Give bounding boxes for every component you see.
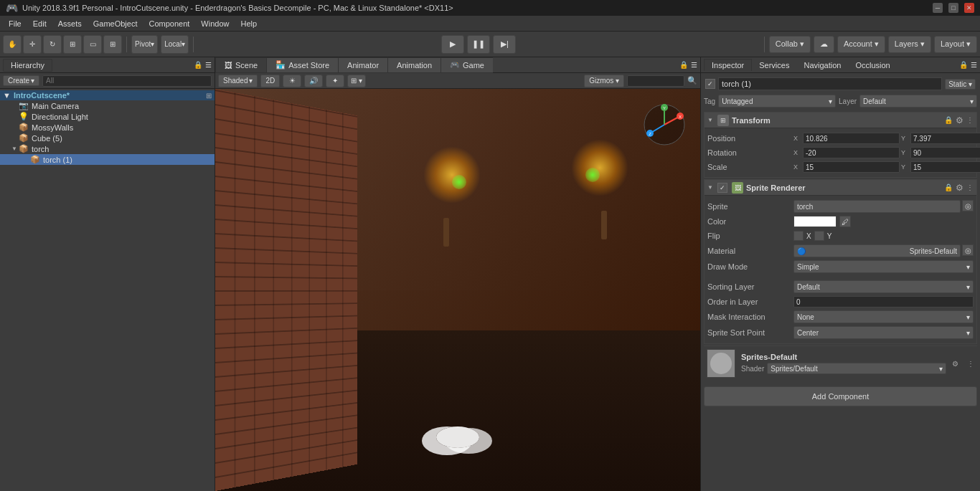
pos-y-input[interactable] <box>910 133 980 144</box>
hierarchy-lock-icon[interactable]: 🔒 <box>194 61 202 69</box>
playmode-controls: ▶ ❚❚ ▶| <box>198 35 760 54</box>
flip-y-checkbox[interactable] <box>814 231 824 241</box>
rot-x-input[interactable] <box>803 147 900 158</box>
hierarchy-create-button[interactable]: Create ▾ <box>3 75 39 86</box>
scene-search[interactable] <box>627 75 684 87</box>
obj-active-checkbox[interactable]: ✓ <box>705 79 715 89</box>
hierarchy-item-main-camera[interactable]: 📷 Main Camera <box>0 100 215 111</box>
material-settings-icon[interactable]: ⚙ <box>952 360 958 368</box>
static-button[interactable]: Static ▾ <box>945 79 976 90</box>
close-button[interactable]: ✕ <box>964 3 974 13</box>
menu-window[interactable]: Window <box>195 18 235 29</box>
account-dropdown[interactable]: Account ▾ <box>837 36 885 53</box>
sprite-renderer-overflow-icon[interactable]: ⋮ <box>966 183 974 191</box>
scene-audio-toggle[interactable]: 🔊 <box>304 75 323 87</box>
maximize-button[interactable]: □ <box>948 3 958 13</box>
menu-assets[interactable]: Assets <box>52 18 88 29</box>
scene-viewport[interactable]: Y X Z <box>215 89 700 491</box>
sprite-renderer-header[interactable]: ▼ ✓ 🖼 Sprite Renderer 🔒 ⚙ ⋮ <box>705 180 976 196</box>
sprite-renderer-checkbox[interactable]: ✓ <box>717 183 727 193</box>
collab-button[interactable]: Collab ▾ <box>769 36 811 53</box>
pos-y-field: Y <box>901 133 980 144</box>
hierarchy-tab[interactable]: Hierarchy <box>3 59 52 72</box>
pos-x-input[interactable] <box>803 133 900 144</box>
rotate-tool[interactable]: ↻ <box>43 35 62 54</box>
gizmos-dropdown[interactable]: Gizmos ▾ <box>584 75 624 87</box>
navigation-tab[interactable]: Navigation <box>796 59 848 71</box>
order-input[interactable] <box>793 296 974 308</box>
asset-store-tab[interactable]: 🏪 Asset Store <box>266 57 338 73</box>
sorting-layer-dropdown[interactable]: Default ▾ <box>793 280 974 293</box>
scene-view-options[interactable]: ⊞ ▾ <box>347 75 366 87</box>
menu-gameobject[interactable]: GameObject <box>88 18 143 29</box>
layout-dropdown[interactable]: Layout ▾ <box>934 36 977 53</box>
hierarchy-menu-icon[interactable]: ☰ <box>205 61 212 69</box>
animator-tab[interactable]: Animator <box>338 57 387 73</box>
position-row: Position X Y Z <box>707 131 974 146</box>
scene-panel-menu[interactable]: ☰ <box>691 61 697 69</box>
hierarchy-item-cube5[interactable]: 📦 Cube (5) <box>0 133 215 143</box>
rot-y-input[interactable] <box>910 147 980 158</box>
inspector-menu-icon[interactable]: ☰ <box>971 61 977 69</box>
sprite-field[interactable]: torch <box>793 200 961 213</box>
scene-tab[interactable]: 🖼 Scene <box>215 57 266 73</box>
hand-tool[interactable]: ✋ <box>3 35 22 54</box>
color-picker-icon[interactable]: 🖊 <box>839 216 851 227</box>
scale-tool[interactable]: ⊞ <box>63 35 82 54</box>
cloud-button[interactable]: ☁ <box>814 36 834 53</box>
shaded-dropdown[interactable]: Shaded ▾ <box>218 75 258 87</box>
multi-tool[interactable]: ⊞ <box>103 35 122 54</box>
layers-dropdown[interactable]: Layers ▾ <box>888 36 931 53</box>
add-component-button[interactable]: Add Component <box>704 386 977 406</box>
scene-panel-lock[interactable]: 🔒 <box>679 61 688 69</box>
scene-fx-toggle[interactable]: ✦ <box>326 75 344 87</box>
layer-dropdown[interactable]: Default▾ <box>859 95 977 108</box>
inspector-lock-icon[interactable]: 🔒 <box>959 61 968 69</box>
services-tab[interactable]: Services <box>752 59 796 71</box>
tag-dropdown[interactable]: Untagged▾ <box>718 95 836 108</box>
draw-mode-dropdown[interactable]: Simple ▾ <box>793 260 974 273</box>
scene-settings-icon[interactable]: ⊞ <box>206 92 212 100</box>
sort-point-dropdown[interactable]: Center ▾ <box>793 326 974 339</box>
shader-dropdown[interactable]: Sprites/Default ▾ <box>767 363 946 374</box>
scene-gizmo: Y X Z <box>643 103 686 146</box>
material-field[interactable]: 🔵 Sprites-Default <box>793 244 961 257</box>
transform-settings-icon[interactable]: ⚙ <box>956 115 963 125</box>
hierarchy-item-directional-light[interactable]: 💡 Directional Light <box>0 111 215 122</box>
material-overflow-icon[interactable]: ⋮ <box>967 360 974 368</box>
occlusion-tab[interactable]: Occlusion <box>848 59 897 71</box>
minimize-button[interactable]: ─ <box>933 3 943 13</box>
move-tool[interactable]: ✛ <box>23 35 42 54</box>
rect-tool[interactable]: ▭ <box>83 35 102 54</box>
color-swatch[interactable] <box>793 216 837 227</box>
menu-component[interactable]: Component <box>143 18 195 29</box>
2d-button[interactable]: 2D <box>260 75 280 87</box>
transform-overflow-icon[interactable]: ⋮ <box>966 116 974 124</box>
scene-light-toggle[interactable]: ☀ <box>283 75 301 87</box>
sprite-renderer-settings-icon[interactable]: ⚙ <box>956 183 963 193</box>
hierarchy-item-torch1[interactable]: 📦 torch (1) <box>0 154 215 165</box>
hierarchy-item-mossy-walls[interactable]: 📦 MossyWalls <box>0 122 215 133</box>
material-target-icon[interactable]: ◎ <box>962 244 974 256</box>
menu-file[interactable]: File <box>3 18 27 29</box>
scale-x-input[interactable] <box>803 161 900 173</box>
scale-y-input[interactable] <box>910 161 980 173</box>
pause-button[interactable]: ❚❚ <box>467 35 490 54</box>
sprite-target-icon[interactable]: ◎ <box>962 200 974 211</box>
mask-dropdown[interactable]: None ▾ <box>793 310 974 323</box>
animation-tab[interactable]: Animation <box>387 57 440 73</box>
scene-root-row[interactable]: ▼ IntroCutscene* ⊞ <box>0 90 215 100</box>
hierarchy-search-input[interactable] <box>42 75 212 87</box>
inspector-tab[interactable]: Inspector <box>704 59 752 71</box>
play-button[interactable]: ▶ <box>441 35 464 54</box>
menu-help[interactable]: Help <box>235 18 263 29</box>
transform-header[interactable]: ▼ ⊞ Transform 🔒 ⚙ ⋮ <box>705 113 976 128</box>
hierarchy-item-torch[interactable]: ▼ 📦 torch <box>0 143 215 154</box>
pivot-button[interactable]: Pivot ▾ <box>131 35 158 54</box>
game-tab[interactable]: 🎮 Game <box>440 57 493 73</box>
flip-x-checkbox[interactable] <box>793 231 804 241</box>
menu-edit[interactable]: Edit <box>27 18 52 29</box>
step-button[interactable]: ▶| <box>493 35 516 54</box>
local-button[interactable]: Local ▾ <box>161 35 189 54</box>
obj-name-field[interactable] <box>718 77 942 90</box>
